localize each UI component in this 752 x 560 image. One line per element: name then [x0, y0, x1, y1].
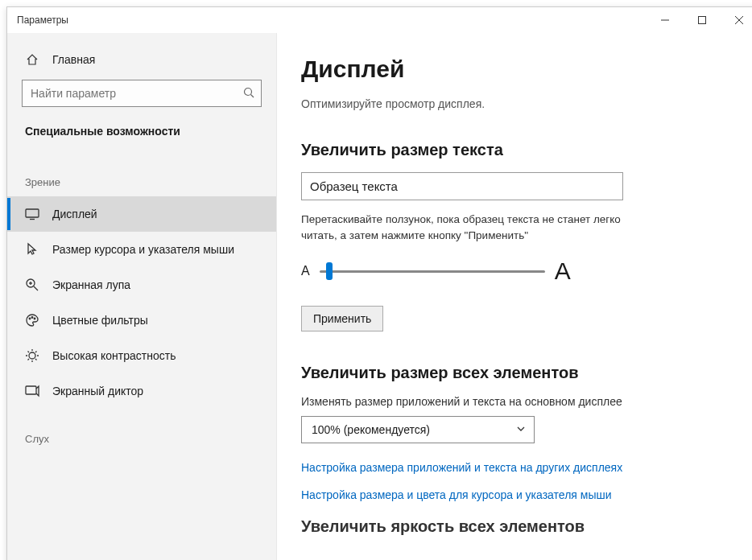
page-subtitle: Оптимизируйте просмотр дисплея. — [301, 97, 733, 110]
home-icon — [25, 52, 39, 67]
search-input[interactable] — [31, 87, 243, 100]
svg-rect-6 — [26, 209, 39, 217]
sidebar-item-high-contrast[interactable]: Высокая контрастность — [7, 338, 276, 373]
window-title: Параметры — [17, 14, 68, 26]
svg-line-22 — [35, 352, 37, 353]
slider-min-label: A — [301, 264, 310, 278]
sidebar-item-color-filters[interactable]: Цветные фильтры — [7, 303, 276, 338]
sidebar-item-label: Экранная лупа — [52, 278, 130, 291]
svg-line-5 — [251, 94, 254, 97]
slider-description: Перетаскивайте ползунок, пока образец те… — [301, 212, 639, 243]
brightness-heading: Увеличить яркость всех элементов — [301, 517, 733, 536]
slider-max-label: A — [555, 257, 571, 285]
svg-line-9 — [34, 286, 38, 290]
cursor-icon — [25, 242, 39, 257]
sidebar-category: Специальные возможности — [7, 117, 276, 152]
contrast-icon — [25, 348, 39, 363]
settings-window: Параметры Главная — [6, 6, 752, 560]
slider-thumb[interactable] — [326, 262, 333, 280]
link-cursor-settings[interactable]: Настройка размера и цвета для курсора и … — [301, 488, 733, 501]
link-other-displays[interactable]: Настройка размера приложений и текста на… — [301, 461, 733, 474]
sidebar-item-label: Высокая контрастность — [52, 349, 176, 362]
sidebar-home[interactable]: Главная — [7, 44, 276, 75]
scale-dropdown[interactable]: 100% (рекомендуется) — [301, 416, 535, 443]
scale-label: Изменять размер приложений и текста на о… — [301, 395, 733, 408]
narrator-icon — [25, 384, 39, 398]
sidebar-item-label: Экранный диктор — [52, 385, 143, 397]
sidebar-item-display[interactable]: Дисплей — [7, 196, 276, 232]
sidebar-item-cursor[interactable]: Размер курсора и указателя мыши — [7, 232, 276, 267]
sidebar-group-hearing: Слух — [7, 409, 276, 453]
svg-point-14 — [34, 318, 35, 319]
main-content: Дисплей Оптимизируйте просмотр дисплея. … — [277, 33, 752, 560]
sidebar-item-label: Размер курсора и указателя мыши — [52, 243, 234, 256]
sidebar-home-label: Главная — [52, 53, 95, 66]
chevron-down-icon — [516, 423, 526, 436]
text-size-slider[interactable] — [320, 261, 545, 281]
svg-point-12 — [29, 318, 31, 319]
sidebar-group-vision: Зрение — [7, 152, 276, 196]
maximize-button[interactable] — [684, 7, 721, 33]
titlebar: Параметры — [7, 7, 752, 33]
search-input-wrap[interactable] — [22, 80, 262, 107]
svg-line-20 — [28, 352, 30, 353]
all-size-heading: Увеличить размер всех элементов — [301, 364, 733, 382]
sidebar-item-label: Дисплей — [52, 208, 97, 220]
minimize-button[interactable] — [647, 7, 684, 33]
svg-line-23 — [28, 359, 30, 360]
window-controls — [647, 7, 752, 33]
page-title: Дисплей — [301, 56, 733, 83]
magnifier-icon — [25, 278, 39, 292]
sidebar-item-label: Цветные фильтры — [52, 314, 148, 327]
sidebar-item-narrator[interactable]: Экранный диктор — [7, 373, 276, 409]
apply-button[interactable]: Применить — [301, 306, 383, 331]
text-size-slider-row: A A — [301, 257, 733, 285]
sample-text-box: Образец текста — [301, 172, 623, 200]
sidebar: Главная Специальные возможности Зрение — [7, 33, 277, 560]
sidebar-item-magnifier[interactable]: Экранная лупа — [7, 267, 276, 303]
svg-point-4 — [245, 88, 252, 95]
svg-rect-1 — [699, 17, 706, 24]
search-icon — [243, 87, 254, 101]
svg-point-13 — [31, 317, 33, 319]
text-size-heading: Увеличить размер текста — [301, 141, 733, 159]
display-icon — [25, 207, 39, 221]
palette-icon — [25, 313, 39, 327]
svg-rect-24 — [26, 386, 36, 394]
dropdown-value: 100% (рекомендуется) — [312, 423, 430, 436]
close-button[interactable] — [721, 7, 752, 33]
svg-point-15 — [29, 352, 35, 359]
svg-line-21 — [35, 359, 37, 360]
